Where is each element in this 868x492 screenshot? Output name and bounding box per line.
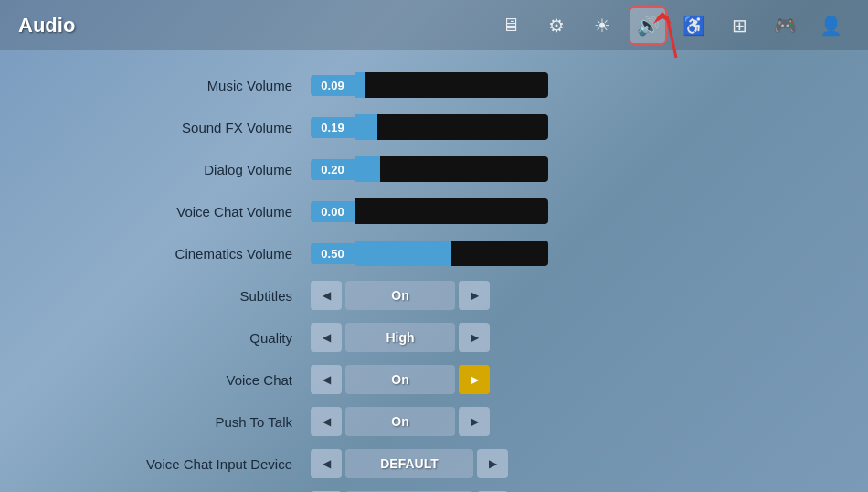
settings-icon[interactable]: ⚙ [537, 6, 576, 45]
push-to-talk-label: Push To Talk [37, 414, 311, 430]
push-to-talk-right-btn[interactable]: ▶ [459, 407, 490, 436]
sound-fx-volume-slider[interactable]: 0.19 [311, 114, 548, 140]
voice-chat-value: On [345, 365, 455, 394]
dialog-volume-label: Dialog Volume [37, 162, 311, 177]
quality-value: High [345, 323, 455, 352]
page-title: Audio [18, 14, 75, 37]
subtitles-selector: ◀ On ▶ [311, 281, 490, 310]
voice-chat-right-btn[interactable]: ▶ [459, 365, 490, 394]
quality-selector: ◀ High ▶ [311, 323, 490, 352]
quality-left-btn[interactable]: ◀ [311, 323, 342, 352]
brightness-icon[interactable]: ☀ [583, 6, 621, 45]
music-volume-value: 0.09 [311, 75, 355, 96]
settings-content: Music Volume 0.09 Sound FX Volume 0.19 D… [0, 50, 868, 492]
push-to-talk-selector: ◀ On ▶ [311, 407, 490, 436]
push-to-talk-value: On [345, 407, 455, 436]
gamepad-icon[interactable]: 🎮 [766, 6, 804, 45]
sound-fx-volume-row: Sound FX Volume 0.19 [37, 111, 831, 144]
cinematics-volume-label: Cinematics Volume [37, 246, 311, 262]
voice-chat-volume-track[interactable] [355, 198, 548, 224]
cinematics-volume-slider[interactable]: 0.50 [311, 241, 548, 266]
audio-icon[interactable]: 🔊 [629, 6, 667, 45]
voice-chat-input-label: Voice Chat Input Device [37, 456, 311, 472]
music-volume-track[interactable] [355, 72, 548, 98]
voice-chat-volume-row: Voice Chat Volume 0.00 [37, 195, 831, 228]
subtitles-right-btn[interactable]: ▶ [459, 281, 490, 310]
dialog-volume-slider[interactable]: 0.20 [311, 156, 548, 182]
dialog-volume-track[interactable] [355, 156, 548, 182]
header: Audio 🖥 ⚙ ☀ 🔊 ♿ ⊞ 🎮 👤 [0, 0, 868, 50]
music-volume-label: Music Volume [37, 78, 311, 93]
sound-fx-volume-track[interactable] [355, 114, 548, 140]
nav-bar: 🖥 ⚙ ☀ 🔊 ♿ ⊞ 🎮 👤 [492, 6, 850, 45]
cinematics-volume-value: 0.50 [311, 243, 355, 264]
music-volume-slider[interactable]: 0.09 [311, 72, 548, 98]
push-to-talk-row: Push To Talk ◀ On ▶ [37, 405, 831, 438]
quality-right-btn[interactable]: ▶ [459, 323, 490, 352]
dialog-volume-value: 0.20 [311, 159, 355, 180]
dialog-volume-row: Dialog Volume 0.20 [37, 153, 831, 186]
voice-chat-input-selector: ◀ DEFAULT ▶ [311, 449, 508, 478]
push-to-talk-left-btn[interactable]: ◀ [311, 407, 342, 436]
account-icon[interactable]: 👤 [811, 6, 850, 45]
voice-chat-input-right-btn[interactable]: ▶ [477, 449, 508, 478]
voice-chat-volume-label: Voice Chat Volume [37, 204, 311, 219]
subtitles-label: Subtitles [37, 288, 311, 304]
voice-chat-input-value: DEFAULT [345, 449, 473, 478]
subtitles-row: Subtitles ◀ On ▶ [37, 279, 831, 312]
sound-fx-volume-label: Sound FX Volume [37, 120, 311, 135]
voice-chat-label: Voice Chat [37, 372, 311, 388]
subtitles-value: On [345, 281, 455, 310]
accessibility-icon[interactable]: ♿ [674, 6, 713, 45]
network-icon[interactable]: ⊞ [720, 6, 758, 45]
voice-chat-selector: ◀ On ▶ [311, 365, 490, 394]
voice-chat-input-left-btn[interactable]: ◀ [311, 449, 342, 478]
voice-chat-row: Voice Chat ◀ On ▶ [37, 363, 831, 396]
voice-chat-volume-value: 0.00 [311, 201, 355, 222]
voice-chat-input-row: Voice Chat Input Device ◀ DEFAULT ▶ [37, 447, 831, 480]
music-volume-row: Music Volume 0.09 [37, 69, 831, 102]
monitor-icon[interactable]: 🖥 [492, 6, 530, 45]
cinematics-volume-track[interactable] [355, 241, 548, 266]
quality-label: Quality [37, 330, 311, 346]
voice-chat-volume-slider[interactable]: 0.00 [311, 198, 548, 224]
quality-row: Quality ◀ High ▶ [37, 321, 831, 354]
subtitles-left-btn[interactable]: ◀ [311, 281, 342, 310]
cinematics-volume-row: Cinematics Volume 0.50 [37, 237, 831, 270]
sound-fx-volume-value: 0.19 [311, 117, 355, 138]
voice-chat-left-btn[interactable]: ◀ [311, 365, 342, 394]
